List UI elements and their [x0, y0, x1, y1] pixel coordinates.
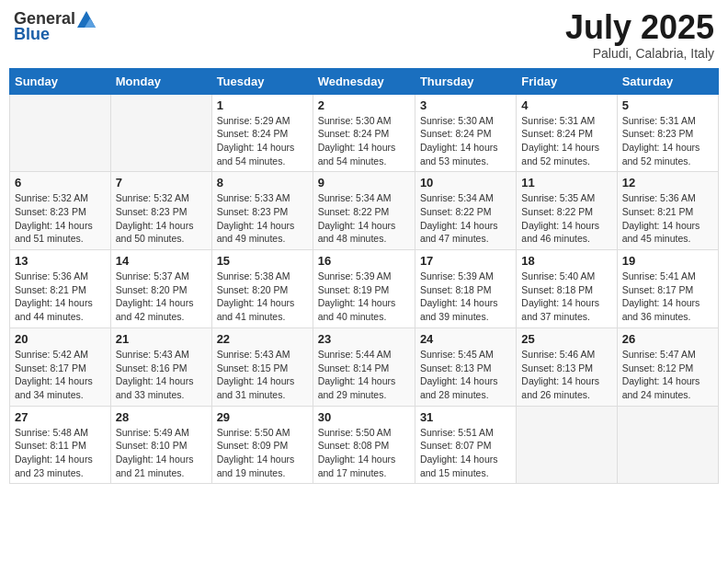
day-info: Sunrise: 5:39 AMSunset: 8:18 PMDaylight:… — [420, 270, 511, 324]
day-number: 13 — [15, 254, 106, 268]
day-number: 29 — [217, 410, 308, 424]
calendar-cell: 2Sunrise: 5:30 AMSunset: 8:24 PMDaylight… — [313, 94, 415, 172]
day-number: 7 — [116, 176, 207, 190]
day-header-wednesday: Wednesday — [313, 68, 415, 94]
day-number: 23 — [318, 332, 410, 346]
day-number: 6 — [15, 176, 106, 190]
calendar-cell: 13Sunrise: 5:36 AMSunset: 8:21 PMDayligh… — [10, 250, 111, 328]
calendar-cell: 30Sunrise: 5:50 AMSunset: 8:08 PMDayligh… — [313, 406, 415, 484]
day-header-thursday: Thursday — [415, 68, 516, 94]
day-info: Sunrise: 5:29 AMSunset: 8:24 PMDaylight:… — [217, 114, 308, 168]
calendar-week-row: 6Sunrise: 5:32 AMSunset: 8:23 PMDaylight… — [10, 172, 719, 250]
day-number: 19 — [622, 254, 713, 268]
logo: General Blue — [14, 9, 96, 44]
location: Paludi, Calabria, Italy — [565, 46, 714, 61]
day-number: 17 — [420, 254, 511, 268]
day-number: 26 — [622, 332, 713, 346]
day-info: Sunrise: 5:38 AMSunset: 8:20 PMDaylight:… — [217, 270, 308, 324]
day-header-sunday: Sunday — [10, 68, 111, 94]
day-header-tuesday: Tuesday — [211, 68, 313, 94]
day-header-saturday: Saturday — [617, 68, 718, 94]
day-number: 12 — [622, 176, 713, 190]
calendar-header-row: SundayMondayTuesdayWednesdayThursdayFrid… — [10, 68, 719, 94]
calendar-week-row: 13Sunrise: 5:36 AMSunset: 8:21 PMDayligh… — [10, 250, 719, 328]
day-info: Sunrise: 5:46 AMSunset: 8:13 PMDaylight:… — [521, 348, 611, 402]
day-info: Sunrise: 5:39 AMSunset: 8:19 PMDaylight:… — [318, 270, 410, 324]
day-info: Sunrise: 5:33 AMSunset: 8:23 PMDaylight:… — [217, 191, 308, 246]
day-info: Sunrise: 5:31 AMSunset: 8:23 PMDaylight:… — [622, 114, 713, 168]
calendar-cell: 20Sunrise: 5:42 AMSunset: 8:17 PMDayligh… — [10, 327, 111, 406]
calendar-cell: 23Sunrise: 5:44 AMSunset: 8:14 PMDayligh… — [313, 327, 415, 406]
day-info: Sunrise: 5:35 AMSunset: 8:22 PMDaylight:… — [521, 191, 611, 246]
day-number: 27 — [15, 410, 106, 424]
calendar-cell: 3Sunrise: 5:30 AMSunset: 8:24 PMDaylight… — [415, 94, 516, 172]
logo-icon — [77, 11, 96, 28]
title-block: July 2025 Paludi, Calabria, Italy — [565, 9, 714, 61]
day-info: Sunrise: 5:49 AMSunset: 8:10 PMDaylight:… — [116, 426, 207, 480]
calendar-cell: 12Sunrise: 5:36 AMSunset: 8:21 PMDayligh… — [617, 172, 718, 250]
day-number: 22 — [217, 332, 308, 346]
day-info: Sunrise: 5:34 AMSunset: 8:22 PMDaylight:… — [420, 191, 511, 246]
calendar-cell: 11Sunrise: 5:35 AMSunset: 8:22 PMDayligh… — [517, 172, 617, 250]
calendar-cell: 16Sunrise: 5:39 AMSunset: 8:19 PMDayligh… — [313, 250, 415, 328]
calendar-cell: 14Sunrise: 5:37 AMSunset: 8:20 PMDayligh… — [110, 250, 211, 328]
day-header-friday: Friday — [517, 68, 617, 94]
day-info: Sunrise: 5:40 AMSunset: 8:18 PMDaylight:… — [521, 270, 611, 324]
day-info: Sunrise: 5:34 AMSunset: 8:22 PMDaylight:… — [318, 191, 410, 246]
day-number: 14 — [116, 254, 207, 268]
calendar-cell: 18Sunrise: 5:40 AMSunset: 8:18 PMDayligh… — [517, 250, 617, 328]
day-info: Sunrise: 5:31 AMSunset: 8:24 PMDaylight:… — [521, 114, 611, 168]
day-number: 10 — [420, 176, 511, 190]
day-info: Sunrise: 5:36 AMSunset: 8:21 PMDaylight:… — [622, 191, 713, 246]
calendar-cell: 25Sunrise: 5:46 AMSunset: 8:13 PMDayligh… — [517, 327, 617, 406]
calendar-cell — [517, 406, 617, 484]
day-number: 15 — [217, 254, 308, 268]
logo-blue: Blue — [14, 25, 50, 44]
calendar-cell: 4Sunrise: 5:31 AMSunset: 8:24 PMDaylight… — [517, 94, 617, 172]
day-number: 24 — [420, 332, 511, 346]
day-number: 4 — [521, 98, 611, 112]
day-number: 1 — [217, 98, 308, 112]
calendar-cell: 10Sunrise: 5:34 AMSunset: 8:22 PMDayligh… — [415, 172, 516, 250]
calendar-cell: 28Sunrise: 5:49 AMSunset: 8:10 PMDayligh… — [110, 406, 211, 484]
month-title: July 2025 — [565, 9, 714, 46]
day-info: Sunrise: 5:37 AMSunset: 8:20 PMDaylight:… — [116, 270, 207, 324]
calendar-cell: 9Sunrise: 5:34 AMSunset: 8:22 PMDaylight… — [313, 172, 415, 250]
calendar-cell — [10, 94, 111, 172]
day-number: 31 — [420, 410, 511, 424]
calendar-cell: 1Sunrise: 5:29 AMSunset: 8:24 PMDaylight… — [211, 94, 313, 172]
day-number: 28 — [116, 410, 207, 424]
day-info: Sunrise: 5:45 AMSunset: 8:13 PMDaylight:… — [420, 348, 511, 402]
day-info: Sunrise: 5:30 AMSunset: 8:24 PMDaylight:… — [420, 114, 511, 168]
calendar-cell: 29Sunrise: 5:50 AMSunset: 8:09 PMDayligh… — [211, 406, 313, 484]
calendar-cell — [617, 406, 718, 484]
day-info: Sunrise: 5:50 AMSunset: 8:08 PMDaylight:… — [318, 426, 410, 480]
calendar: SundayMondayTuesdayWednesdayThursdayFrid… — [9, 68, 719, 485]
day-info: Sunrise: 5:48 AMSunset: 8:11 PMDaylight:… — [15, 426, 106, 480]
day-number: 18 — [521, 254, 611, 268]
day-info: Sunrise: 5:42 AMSunset: 8:17 PMDaylight:… — [15, 348, 106, 402]
calendar-week-row: 27Sunrise: 5:48 AMSunset: 8:11 PMDayligh… — [10, 406, 719, 484]
day-info: Sunrise: 5:36 AMSunset: 8:21 PMDaylight:… — [15, 270, 106, 324]
day-number: 3 — [420, 98, 511, 112]
calendar-cell: 8Sunrise: 5:33 AMSunset: 8:23 PMDaylight… — [211, 172, 313, 250]
day-number: 9 — [318, 176, 410, 190]
calendar-cell: 27Sunrise: 5:48 AMSunset: 8:11 PMDayligh… — [10, 406, 111, 484]
calendar-cell: 22Sunrise: 5:43 AMSunset: 8:15 PMDayligh… — [211, 327, 313, 406]
calendar-cell: 26Sunrise: 5:47 AMSunset: 8:12 PMDayligh… — [617, 327, 718, 406]
day-info: Sunrise: 5:47 AMSunset: 8:12 PMDaylight:… — [622, 348, 713, 402]
day-number: 11 — [521, 176, 611, 190]
day-info: Sunrise: 5:41 AMSunset: 8:17 PMDaylight:… — [622, 270, 713, 324]
calendar-cell: 17Sunrise: 5:39 AMSunset: 8:18 PMDayligh… — [415, 250, 516, 328]
calendar-cell: 24Sunrise: 5:45 AMSunset: 8:13 PMDayligh… — [415, 327, 516, 406]
day-info: Sunrise: 5:30 AMSunset: 8:24 PMDaylight:… — [318, 114, 410, 168]
day-info: Sunrise: 5:44 AMSunset: 8:14 PMDaylight:… — [318, 348, 410, 402]
day-number: 16 — [318, 254, 410, 268]
calendar-cell: 19Sunrise: 5:41 AMSunset: 8:17 PMDayligh… — [617, 250, 718, 328]
day-number: 8 — [217, 176, 308, 190]
day-header-monday: Monday — [110, 68, 211, 94]
calendar-cell: 7Sunrise: 5:32 AMSunset: 8:23 PMDaylight… — [110, 172, 211, 250]
calendar-cell: 15Sunrise: 5:38 AMSunset: 8:20 PMDayligh… — [211, 250, 313, 328]
calendar-cell: 5Sunrise: 5:31 AMSunset: 8:23 PMDaylight… — [617, 94, 718, 172]
day-info: Sunrise: 5:51 AMSunset: 8:07 PMDaylight:… — [420, 426, 511, 480]
